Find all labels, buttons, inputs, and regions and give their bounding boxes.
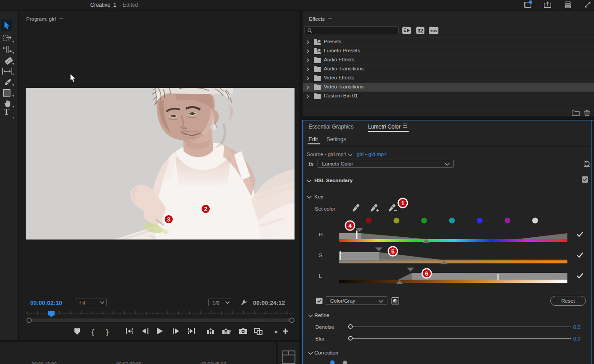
- svg-text:»: »: [274, 328, 278, 335]
- svg-text:}: }: [106, 328, 109, 336]
- svg-text:32: 32: [418, 28, 423, 33]
- svg-text:6: 6: [425, 270, 428, 277]
- svg-text:1: 1: [401, 200, 404, 207]
- svg-text:4: 4: [348, 222, 352, 229]
- svg-text:5: 5: [391, 248, 394, 255]
- svg-text:YUV: YUV: [430, 29, 437, 33]
- svg-text:2: 2: [204, 206, 207, 212]
- svg-text:3: 3: [167, 216, 170, 223]
- svg-text:T: T: [4, 107, 9, 116]
- svg-text:{: {: [92, 328, 94, 336]
